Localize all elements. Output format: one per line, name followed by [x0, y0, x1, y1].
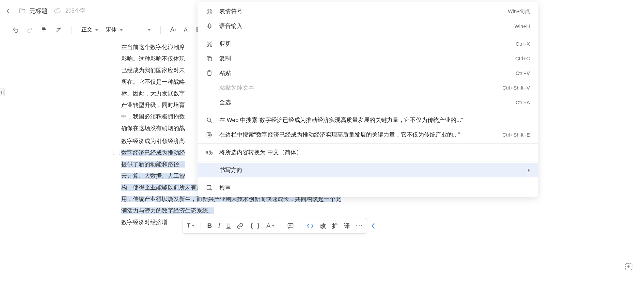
- font-size-select[interactable]: [130, 29, 151, 31]
- increase-font-button[interactable]: A+: [170, 26, 176, 33]
- clear-format-button[interactable]: [55, 27, 62, 33]
- underline-button[interactable]: U: [226, 222, 231, 230]
- ctx-voice-input[interactable]: 语音输入 Win+H: [198, 19, 538, 33]
- translate-icon: aあ: [206, 150, 213, 156]
- mic-icon: [206, 23, 213, 30]
- ctx-paste-plain[interactable]: 粘贴为纯文本 Ctrl+Shift+V: [198, 80, 538, 95]
- context-menu: 表情符号 Win+句点 语音输入 Win+H 剪切 Ctrl+X 复制 Ctrl…: [198, 2, 538, 197]
- ctx-writing-direction[interactable]: 书写方向: [198, 163, 538, 177]
- link-button[interactable]: [237, 222, 244, 229]
- document-title: 无标题: [29, 7, 48, 15]
- word-count: 205个字: [65, 7, 85, 15]
- code-block-button[interactable]: { }: [250, 222, 260, 229]
- sidebar-search-icon: [206, 131, 213, 138]
- ai-expand-button[interactable]: 扩: [332, 222, 338, 230]
- cut-icon: [206, 41, 213, 47]
- selection-toolbar: T B I U { } A 改 扩 译 ···: [183, 218, 367, 234]
- ctx-inspect[interactable]: 检查: [198, 181, 538, 195]
- collapse-toolbar-button[interactable]: [371, 222, 376, 231]
- file-title[interactable]: 无标题: [18, 7, 48, 15]
- status-area: 205个字: [54, 7, 85, 15]
- decrease-font-button[interactable]: A-: [184, 27, 189, 33]
- ctx-sidebar-search[interactable]: 在边栏中搜索"数字经济已经成为推动经济实现高质量发展的关键力量，它不仅为传统产业…: [198, 127, 538, 142]
- ctx-copy[interactable]: 复制 Ctrl+C: [198, 51, 538, 66]
- font-family-select[interactable]: 宋体: [106, 26, 123, 33]
- ctx-select-all[interactable]: 全选 Ctrl+A: [198, 95, 538, 110]
- search-icon: [206, 117, 213, 124]
- text-color-button[interactable]: A: [266, 222, 274, 230]
- svg-rect-1: [3, 91, 3, 94]
- svg-rect-7: [209, 24, 210, 27]
- svg-rect-17: [288, 223, 293, 227]
- ctx-cut[interactable]: 剪切 Ctrl+X: [198, 36, 538, 51]
- svg-point-5: [208, 11, 209, 11]
- ai-code-button[interactable]: [307, 222, 314, 230]
- text-line: 满活力与潜力的数字经济生态系统。: [121, 205, 428, 217]
- sidebar-toggle[interactable]: [0, 89, 5, 96]
- paste-icon: [206, 70, 213, 77]
- emoji-icon: [206, 8, 213, 15]
- svg-point-6: [210, 11, 211, 11]
- folder-icon: [18, 7, 26, 15]
- screenshot-icon[interactable]: [624, 262, 634, 272]
- svg-rect-14: [207, 132, 211, 137]
- undo-button[interactable]: [12, 27, 19, 33]
- redo-button[interactable]: [27, 27, 33, 33]
- drag-handle-icon[interactable]: ⋮⋮: [111, 147, 122, 159]
- ctx-paste[interactable]: 粘贴 Ctrl+V: [198, 66, 538, 80]
- svg-point-4: [207, 9, 212, 14]
- ctx-emoji[interactable]: 表情符号 Win+句点: [198, 4, 538, 19]
- svg-point-13: [207, 118, 210, 121]
- italic-button[interactable]: I: [218, 222, 220, 230]
- more-button[interactable]: ···: [356, 222, 363, 229]
- chevron-right-icon: [528, 169, 530, 172]
- cloud-icon: [54, 7, 61, 15]
- svg-rect-0: [1, 91, 2, 94]
- ai-translate-button[interactable]: 译: [344, 222, 350, 230]
- paragraph-style-select[interactable]: 正文: [81, 26, 98, 33]
- bold-button[interactable]: B: [207, 222, 212, 230]
- ctx-web-search[interactable]: 在 Web 中搜索"数字经济已经成为推动经济实现高质量发展的关键力量，它不仅为传…: [198, 113, 538, 127]
- text-style-button[interactable]: T: [187, 222, 194, 229]
- back-button[interactable]: [4, 7, 12, 15]
- inspect-icon: [206, 185, 213, 191]
- svg-rect-10: [208, 57, 212, 61]
- ctx-translate[interactable]: aあ 将所选内容转换为 中文（简体）: [198, 145, 538, 160]
- comment-button[interactable]: [287, 222, 294, 229]
- format-painter-button[interactable]: [41, 27, 48, 33]
- ai-rewrite-button[interactable]: 改: [320, 222, 326, 230]
- copy-icon: [206, 55, 213, 62]
